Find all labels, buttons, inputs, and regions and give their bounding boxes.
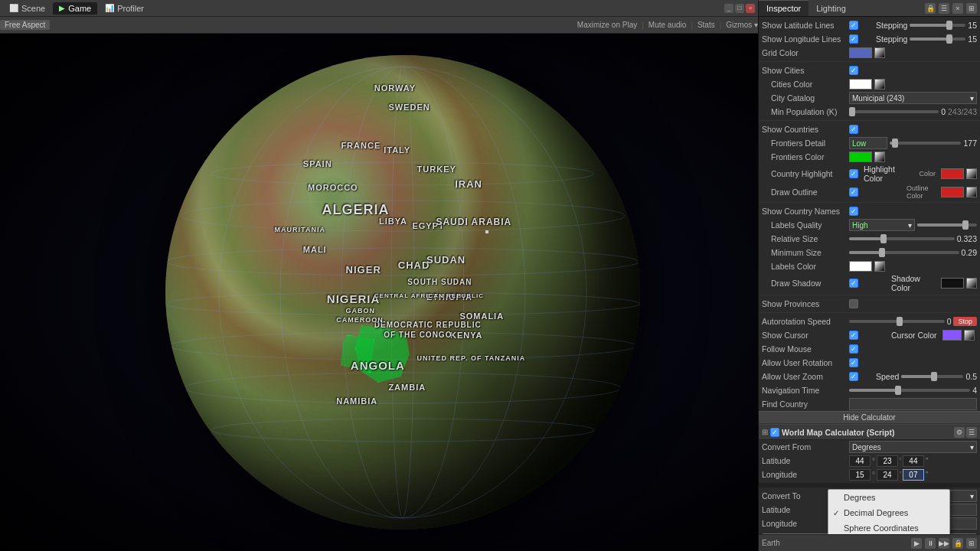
lat-degrees[interactable] <box>849 455 871 467</box>
maximize-viewport-btn[interactable]: □ <box>735 4 744 13</box>
calc-section: ⊞ World Map Calculator (Script) ⚙ ☰ Conv… <box>759 424 980 534</box>
find-country-input[interactable] <box>849 398 977 410</box>
outline-color-swatch[interactable] <box>941 187 964 197</box>
highlight-color-swatch[interactable] <box>941 168 964 179</box>
calc-enabled-checkbox[interactable] <box>770 428 779 437</box>
lat-minutes[interactable] <box>877 455 898 467</box>
labels-color-picker[interactable] <box>874 261 885 272</box>
slider-population[interactable] <box>849 110 939 113</box>
svg-point-6 <box>211 419 594 442</box>
highlight-color-picker[interactable] <box>966 168 977 179</box>
bottom-lock-btn[interactable]: 🔒 <box>952 538 963 549</box>
checkbox-latitude-lines[interactable] <box>849 21 858 30</box>
highlight-color-label: Highlight Color <box>864 165 915 183</box>
maximize-on-play[interactable]: Maximize on Play <box>577 21 637 29</box>
calc-header: ⊞ World Map Calculator (Script) ⚙ ☰ <box>759 425 980 440</box>
tab-game[interactable]: ▶ Game <box>53 2 97 15</box>
row-longitude-lines: Show Longitude Lines Stepping 15 <box>759 32 980 46</box>
outline-color-picker[interactable] <box>966 187 977 197</box>
checkbox-country-highlight[interactable] <box>849 169 858 178</box>
shadow-color-swatch[interactable] <box>941 278 964 289</box>
resize-panel-btn[interactable]: ⊞ <box>966 3 977 14</box>
hide-calculator-btn[interactable]: Hide Calculator <box>759 411 980 424</box>
grid-color-swatch[interactable] <box>849 47 872 58</box>
checkbox-cursor[interactable] <box>849 331 858 340</box>
checkbox-user-rotation[interactable] <box>849 358 858 367</box>
slider-lat-stepping[interactable] <box>910 24 965 27</box>
row-find-country: Find Country <box>759 397 980 411</box>
val-lon-stepping: 15 <box>968 34 977 44</box>
slider-lon-stepping[interactable] <box>910 37 965 41</box>
bottom-settings-btn[interactable]: ⊞ <box>966 538 977 549</box>
checkbox-provinces[interactable] <box>849 299 858 308</box>
row-draw-shadow: Draw Shadow Shadow Color <box>759 273 980 293</box>
tab-lighting[interactable]: Lighting <box>808 0 854 16</box>
slider-relative-size[interactable] <box>849 237 955 240</box>
convert-from-dropdown[interactable]: Degrees ▾ <box>849 441 977 453</box>
cities-color-picker[interactable] <box>874 79 885 90</box>
slider-autorotation[interactable] <box>849 320 945 323</box>
checkbox-countries[interactable] <box>849 125 858 134</box>
cursor-color-picker[interactable] <box>964 330 975 341</box>
lock-btn[interactable]: 🔒 <box>925 3 936 14</box>
frontiers-color-picker[interactable] <box>874 152 885 162</box>
stop-btn[interactable]: Stop <box>953 317 977 326</box>
bottom-bar: Earth ▶ ⏸ ▶▶ 🔒 ⊞ <box>759 534 980 551</box>
bottom-earth-label: Earth <box>762 539 780 547</box>
labels-color-swatch[interactable] <box>849 261 872 272</box>
stepping-label-lat: Stepping <box>876 21 907 30</box>
grid-color-picker[interactable] <box>874 47 885 58</box>
checkbox-country-names[interactable] <box>849 207 858 216</box>
lat-seconds[interactable] <box>903 455 924 467</box>
cursor-color-swatch[interactable] <box>942 330 962 341</box>
calc-settings-btn[interactable]: ⚙ <box>954 427 965 438</box>
close-panel-btn[interactable]: × <box>952 3 963 14</box>
checkbox-follow-mouse[interactable] <box>849 344 858 354</box>
step-bottom-btn[interactable]: ▶▶ <box>939 538 949 549</box>
lon-degrees[interactable] <box>849 469 871 481</box>
option-sphere-coords[interactable]: Sphere Coordinates <box>828 520 949 534</box>
play-controls: Free Aspect Maximize on Play | Mute audi… <box>0 17 758 34</box>
calc-menu-btn[interactable]: ☰ <box>966 427 977 438</box>
frontiers-color-swatch[interactable] <box>849 152 872 162</box>
lon-minutes[interactable] <box>877 469 898 481</box>
checkbox-user-zoom[interactable] <box>849 372 858 381</box>
checkbox-shadow[interactable] <box>849 279 858 288</box>
stats[interactable]: Stats <box>697 21 715 29</box>
checkbox-cities[interactable] <box>849 66 858 75</box>
city-catalog-dropdown[interactable]: Municipal (243) ▾ <box>849 92 977 104</box>
tab-scene[interactable]: ⬜ Scene <box>3 2 51 15</box>
play-bottom-btn[interactable]: ▶ <box>911 538 922 549</box>
row-show-cursor: Show Cursor Cursor Color <box>759 328 980 342</box>
tab-profiler[interactable]: 📊 Profiler <box>99 2 150 15</box>
row-convert-to: Convert To Decimal Degrees ▾ Degrees <box>759 489 980 503</box>
slider-zoom-speed[interactable] <box>901 375 963 378</box>
checkbox-outline[interactable] <box>849 187 858 197</box>
slider-labels-quality[interactable] <box>917 223 977 227</box>
option-decimal-degrees[interactable]: Decimal Degrees <box>828 505 949 520</box>
frontiers-detail-dropdown[interactable]: Low <box>849 137 887 149</box>
panel-menu-btn[interactable]: ☰ <box>939 3 949 14</box>
labels-quality-dropdown[interactable]: High ▾ <box>849 219 915 231</box>
convert-to-popup[interactable]: Degrees Decimal Degrees Sphere Coordinat… <box>828 489 950 534</box>
viewport-canvas[interactable]: NORWAY SWEDEN FRANCE SPAIN ITALY TURKEY … <box>0 34 758 551</box>
free-aspect-dropdown[interactable]: Free Aspect <box>0 20 50 30</box>
close-viewport-btn[interactable]: × <box>746 4 755 13</box>
lon-seconds[interactable] <box>903 469 924 481</box>
shadow-color-picker[interactable] <box>966 278 977 289</box>
globe[interactable]: NORWAY SWEDEN FRANCE SPAIN ITALY TURKEY … <box>165 55 640 530</box>
option-degrees[interactable]: Degrees <box>828 490 949 505</box>
calc-title: World Map Calculator (Script) <box>782 428 894 437</box>
slider-frontiers[interactable] <box>890 142 961 145</box>
minimize-btn[interactable]: _ <box>724 4 733 13</box>
slider-nav-time[interactable] <box>849 389 970 392</box>
checkbox-longitude-lines[interactable] <box>849 34 858 44</box>
mute-audio[interactable]: Mute audio <box>648 21 686 29</box>
gizmos[interactable]: Gizmos ▾ <box>726 21 758 29</box>
val-frontiers: 177 <box>963 139 977 148</box>
slider-minimum-size[interactable] <box>849 251 959 254</box>
cities-color-swatch[interactable] <box>849 79 872 90</box>
val-zoom-speed: 0.5 <box>965 372 977 381</box>
pause-bottom-btn[interactable]: ⏸ <box>925 538 936 549</box>
tab-inspector[interactable]: Inspector <box>759 0 808 16</box>
